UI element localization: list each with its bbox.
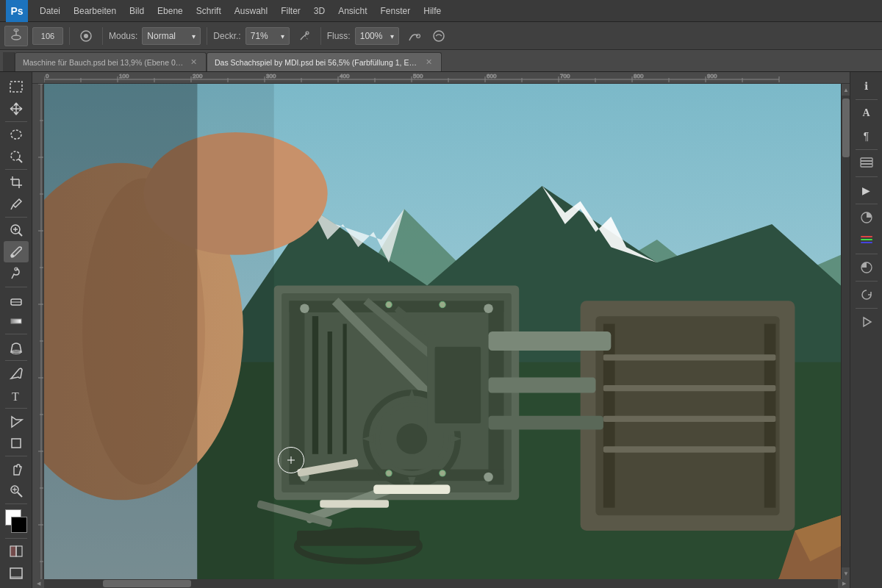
svg-line-16 — [11, 205, 13, 209]
svg-text:700: 700 — [560, 73, 570, 79]
tool-clone-stamp[interactable] — [4, 263, 29, 284]
modus-dropdown[interactable]: Normal — [142, 27, 201, 45]
vertical-scrollbar[interactable]: ▲ ▼ — [841, 84, 850, 579]
svg-point-108 — [396, 423, 427, 454]
background-color[interactable] — [11, 517, 27, 533]
tool-marquee[interactable] — [4, 76, 29, 98]
tab-close-1[interactable]: ✕ — [424, 57, 434, 67]
menu-filter[interactable]: Filter — [275, 3, 306, 19]
panel-layers[interactable] — [854, 152, 879, 174]
svg-text:100: 100 — [119, 73, 129, 79]
svg-rect-32 — [10, 546, 16, 556]
canvas-image — [44, 84, 841, 579]
tool-gradient[interactable] — [4, 311, 29, 332]
smoothing-icon[interactable] — [404, 26, 424, 46]
panel-actions[interactable] — [854, 311, 879, 333]
left-ruler — [32, 84, 44, 579]
deckr-chevron — [281, 31, 284, 41]
tool-zoom[interactable] — [4, 480, 29, 501]
svg-rect-27 — [12, 439, 21, 448]
sep-t9 — [5, 503, 27, 504]
horizontal-scrollbar[interactable]: ◀ ▶ — [32, 579, 850, 588]
tool-move[interactable] — [4, 98, 29, 120]
svg-rect-147 — [861, 242, 872, 243]
ruler-left-svg — [32, 84, 44, 579]
panel-history[interactable] — [854, 284, 879, 306]
tool-brush[interactable] — [4, 241, 29, 262]
airbrush-icon[interactable] — [294, 26, 315, 46]
fluss-label: Fluss: — [327, 31, 351, 41]
scrollbar-thumb-v[interactable] — [842, 98, 850, 157]
panel-char[interactable]: A — [854, 102, 879, 124]
tool-quick-mask[interactable] — [4, 541, 29, 562]
panel-color[interactable] — [854, 207, 879, 229]
panel-adjustments[interactable] — [854, 257, 879, 279]
tool-preset-picker[interactable] — [4, 26, 28, 46]
tool-eyedropper[interactable] — [4, 193, 29, 215]
sep-t10 — [5, 538, 27, 539]
menu-fenster[interactable]: Fenster — [375, 3, 417, 19]
svg-text:T: T — [12, 390, 19, 403]
sep-t1 — [5, 121, 27, 122]
svg-rect-118 — [603, 446, 776, 452]
fluss-input[interactable]: 100% — [355, 27, 399, 45]
menu-datei[interactable]: Datei — [34, 3, 66, 19]
menu-hilfe[interactable]: Hilfe — [417, 3, 447, 19]
svg-rect-97 — [489, 301, 504, 484]
menu-bearbeiten[interactable]: Bearbeiten — [68, 3, 122, 19]
menu-3d[interactable]: 3D — [308, 3, 331, 19]
main-layout: T — [0, 72, 882, 588]
panel-swatches[interactable] — [854, 229, 879, 251]
svg-point-123 — [484, 304, 493, 313]
tab-close-0[interactable]: ✕ — [189, 57, 198, 67]
menu-ebene[interactable]: Ebene — [151, 3, 189, 19]
sep-t2 — [5, 169, 27, 170]
tool-pen[interactable] — [4, 363, 29, 384]
tool-burn[interactable] — [4, 337, 29, 358]
tool-crop[interactable] — [4, 172, 29, 193]
menu-auswahl[interactable]: Auswahl — [229, 3, 273, 19]
color-swatches[interactable] — [4, 509, 29, 533]
svg-point-122 — [300, 304, 309, 313]
svg-rect-102 — [343, 324, 347, 454]
tab-1[interactable]: Das Schachspiel by MDI.psd bei 56,5% (Fa… — [207, 52, 442, 71]
panel-para[interactable]: ¶ — [854, 125, 879, 147]
tool-quick-select[interactable] — [4, 146, 29, 168]
sep1 — [69, 27, 70, 45]
sep-t6 — [5, 360, 27, 361]
pressure-icon[interactable] — [429, 26, 449, 46]
svg-point-134 — [386, 301, 392, 307]
tool-shape[interactable] — [4, 432, 29, 453]
sep3 — [207, 27, 207, 45]
rp-sep3 — [856, 176, 878, 177]
svg-text:500: 500 — [413, 73, 423, 79]
tool-screen-mode[interactable] — [4, 563, 29, 584]
tabs-bar: Maschine für Bauch.psd bei 13,9% (Ebene … — [0, 50, 882, 72]
svg-rect-146 — [861, 239, 872, 240]
canvas-area[interactable] — [44, 84, 841, 579]
tool-lasso[interactable] — [4, 124, 29, 146]
tool-type[interactable]: T — [4, 384, 29, 406]
modus-chevron — [192, 31, 196, 41]
sep-t8 — [5, 456, 27, 456]
tool-hand[interactable] — [4, 459, 29, 480]
fluss-chevron — [390, 31, 394, 41]
modus-label: Modus: — [109, 31, 137, 41]
tab-0[interactable]: Maschine für Bauch.psd bei 13,9% (Ebene … — [15, 52, 207, 71]
deckr-input[interactable]: 71% — [245, 27, 290, 45]
tool-spot-heal[interactable] — [4, 220, 29, 241]
panel-play[interactable]: ▶ — [854, 179, 879, 201]
sep2 — [102, 27, 103, 45]
svg-point-4 — [84, 34, 88, 38]
menu-bild[interactable]: Bild — [123, 3, 150, 19]
panel-info[interactable]: ℹ — [854, 75, 879, 97]
tool-path-select[interactable] — [4, 411, 29, 432]
scrollbar-thumb-h[interactable] — [103, 580, 191, 587]
svg-text:600: 600 — [487, 73, 497, 79]
brush-size-box[interactable]: 106 — [32, 27, 63, 45]
tool-eraser[interactable] — [4, 289, 29, 310]
svg-rect-133 — [197, 84, 273, 579]
menu-ansicht[interactable]: Ansicht — [332, 3, 373, 19]
brush-settings-icon[interactable] — [76, 26, 96, 46]
menu-schrift[interactable]: Schrift — [190, 3, 227, 19]
